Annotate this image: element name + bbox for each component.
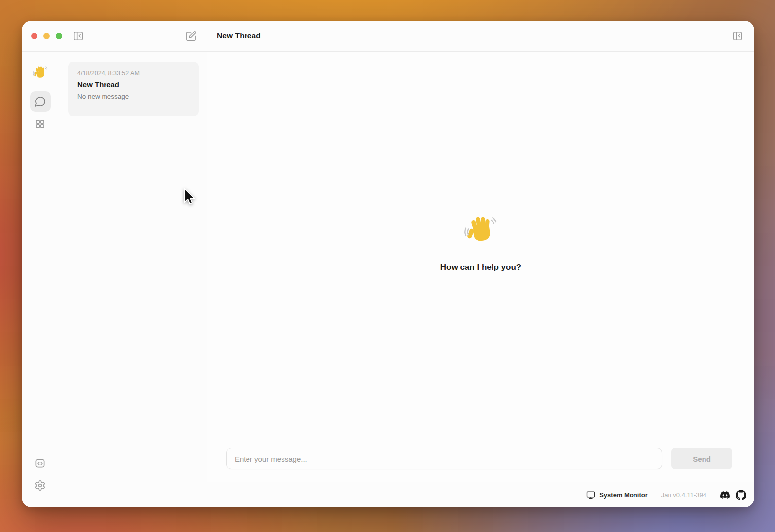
- discord-icon: [719, 490, 731, 499]
- empty-state: How can I help you?: [207, 214, 754, 272]
- composer: Send: [207, 448, 754, 469]
- window-body: 4/18/2024, 8:33:52 AM New Thread No new …: [22, 52, 754, 507]
- thread-list-item[interactable]: 4/18/2024, 8:33:52 AM New Thread No new …: [68, 62, 199, 116]
- status-bar: System Monitor Jan v0.4.11-394: [59, 482, 754, 507]
- monitor-icon: [586, 491, 595, 499]
- main-header: New Thread: [207, 21, 754, 51]
- wave-emoji: [33, 66, 48, 81]
- compose-icon: [185, 31, 197, 42]
- system-monitor-button[interactable]: System Monitor: [586, 491, 648, 499]
- app-version: Jan v0.4.11-394: [661, 491, 706, 499]
- discord-link[interactable]: [719, 490, 731, 499]
- chat-bubble-icon: [35, 96, 46, 107]
- greeting-text: How can I help you?: [440, 263, 521, 272]
- thread-last-message: No new message: [77, 93, 192, 100]
- github-icon: [736, 490, 746, 500]
- sidebar-item-local-api-server[interactable]: [30, 453, 51, 473]
- sidebar-item-threads[interactable]: [30, 91, 51, 112]
- sidebar-item-hub[interactable]: [30, 113, 51, 134]
- chat-main-panel: How can I help you? Send: [207, 52, 754, 482]
- sidebar-item-settings[interactable]: [30, 475, 51, 496]
- window-header: New Thread: [22, 21, 754, 52]
- icon-sidebar: [22, 52, 59, 507]
- panel-left-close-icon: [73, 31, 84, 41]
- grid-icon: [35, 119, 45, 129]
- jan-app-window: New Thread: [22, 21, 754, 507]
- send-button[interactable]: Send: [671, 448, 732, 469]
- close-window-button[interactable]: [31, 33, 37, 39]
- message-input[interactable]: [226, 448, 662, 469]
- gear-icon: [35, 480, 46, 491]
- zoom-window-button[interactable]: [56, 33, 62, 39]
- wave-emoji: [464, 214, 497, 248]
- system-monitor-label: System Monitor: [599, 491, 648, 499]
- code-square-icon: [35, 458, 46, 469]
- traffic-lights: [31, 33, 62, 39]
- minimize-window-button[interactable]: [43, 33, 50, 39]
- new-thread-button[interactable]: [185, 31, 197, 42]
- panel-right-close-icon: [732, 31, 743, 41]
- collapse-left-panel-button[interactable]: [73, 31, 84, 41]
- page-title: New Thread: [217, 32, 261, 40]
- github-link[interactable]: [736, 490, 746, 500]
- thread-title: New Thread: [77, 80, 192, 89]
- thread-list-panel: 4/18/2024, 8:33:52 AM New Thread No new …: [59, 52, 207, 482]
- thread-panel-header: [22, 21, 207, 51]
- content-area: 4/18/2024, 8:33:52 AM New Thread No new …: [59, 52, 754, 507]
- thread-timestamp: 4/18/2024, 8:33:52 AM: [77, 70, 192, 77]
- collapse-right-panel-button[interactable]: [732, 31, 743, 41]
